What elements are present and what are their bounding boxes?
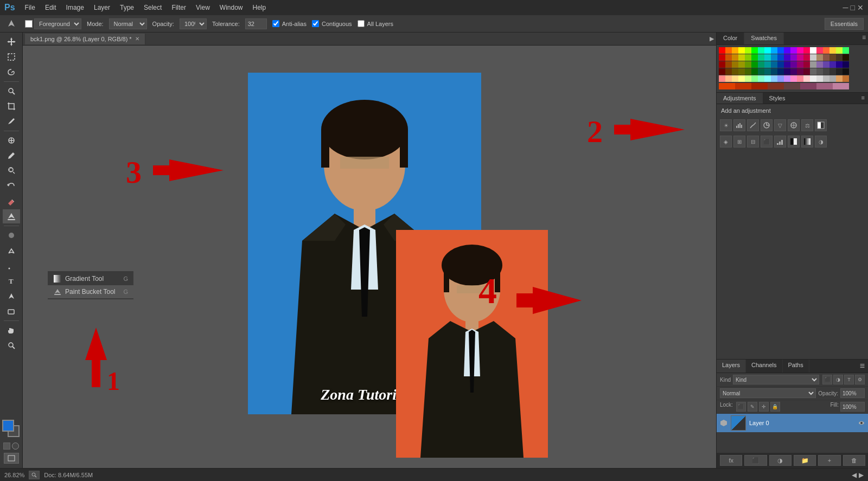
swatch-brown[interactable] — [732, 54, 738, 61]
swatch-light-amber[interactable] — [732, 75, 738, 82]
swatch-violet[interactable] — [784, 47, 790, 54]
document-tab[interactable]: bck1.png @ 26.8% (Layer 0, RGB/8) * ✕ — [25, 34, 145, 44]
add-style-button[interactable]: fx — [720, 455, 742, 466]
all-layers-checkbox[interactable] — [358, 20, 365, 27]
zoom-tool[interactable] — [3, 338, 20, 352]
eraser-tool[interactable] — [3, 194, 20, 208]
gradient-tool-option[interactable]: Gradient Tool G — [48, 272, 133, 285]
blend-mode-dropdown[interactable]: Normal — [720, 388, 816, 398]
swatch-dark-indigo[interactable] — [784, 61, 790, 68]
swatch-very-dark-teal[interactable] — [764, 68, 771, 75]
color-tab[interactable]: Color — [717, 33, 744, 44]
swatch-hot-pink[interactable] — [816, 47, 823, 54]
swatch-dark-blue[interactable] — [771, 61, 777, 68]
anti-alias-label[interactable]: Anti-alias — [272, 20, 307, 27]
swatch-lighter-gray[interactable] — [816, 75, 823, 82]
swatch-teal[interactable] — [764, 54, 771, 61]
vibrance-icon[interactable]: ▽ — [774, 119, 786, 131]
swatch-very-dark-purple[interactable] — [790, 68, 797, 75]
kind-dropdown[interactable]: Kind — [733, 375, 819, 384]
shape-tool[interactable] — [3, 304, 20, 318]
swatch-sandy-brown[interactable] — [836, 75, 843, 82]
swatch-dark-red[interactable] — [719, 54, 725, 61]
swatch-very-dark-burgundy[interactable] — [803, 68, 810, 75]
dodge-tool[interactable] — [3, 243, 20, 258]
swatch-very-dark-gray[interactable] — [823, 68, 829, 75]
swatch-maroon[interactable] — [719, 61, 725, 68]
new-layer-button[interactable]: + — [818, 455, 840, 466]
threshold-icon[interactable] — [788, 136, 800, 147]
swatch-chocolate[interactable] — [829, 54, 836, 61]
layers-tab[interactable]: Layers — [717, 360, 746, 373]
swatch-sienna[interactable] — [823, 54, 829, 61]
swatch-forest-green[interactable] — [751, 54, 758, 61]
paths-tab[interactable]: Paths — [783, 360, 809, 373]
menu-filter[interactable]: Filter — [167, 3, 190, 12]
fill-input[interactable] — [840, 402, 865, 412]
anti-alias-checkbox[interactable] — [272, 20, 279, 27]
filter-smart-icon[interactable]: ⚙ — [855, 375, 865, 384]
menu-layer[interactable]: Layer — [90, 3, 114, 12]
lock-transparent-button[interactable]: ⬛ — [736, 402, 746, 412]
color-lookup-icon[interactable]: ⊟ — [747, 136, 759, 147]
swatch-almost-black[interactable] — [836, 68, 843, 75]
status-bar-arrow-left[interactable]: ◀ — [852, 471, 857, 479]
paint-bucket-option[interactable]: Paint Bucket Tool G — [48, 285, 133, 298]
swatch-orange[interactable] — [725, 47, 732, 54]
invert-icon[interactable]: ⬛ — [761, 136, 773, 147]
swatch-very-dark-brown[interactable] — [843, 54, 849, 61]
swatch-coral[interactable] — [823, 47, 829, 54]
channel-mixer-icon[interactable]: ⊞ — [733, 136, 745, 147]
tab-close-button[interactable]: ✕ — [135, 36, 139, 42]
crop-tool[interactable] — [3, 99, 20, 113]
quick-mask-button[interactable] — [12, 442, 19, 450]
marquee-tool[interactable] — [3, 50, 20, 64]
swatch-deep-violet[interactable] — [829, 61, 836, 68]
swatch-indigo[interactable] — [784, 54, 790, 61]
swatch-yellow-green[interactable] — [836, 47, 843, 54]
swatch-light-yellow[interactable] — [738, 75, 745, 82]
healing-brush-tool[interactable] — [3, 133, 20, 147]
swatch-dark-forest[interactable] — [758, 68, 764, 75]
swatch-light-lime[interactable] — [745, 75, 751, 82]
exposure-icon[interactable] — [761, 119, 773, 131]
path-selection-tool[interactable] — [3, 289, 20, 303]
swatch-dark-lavender[interactable] — [823, 61, 829, 68]
essentials-button[interactable]: Essentials — [825, 18, 864, 30]
swatch-gray[interactable] — [810, 61, 816, 68]
swatch-avocado[interactable] — [745, 61, 751, 68]
swatch-dark-avocado[interactable] — [745, 68, 751, 75]
swatch-dark-brown2[interactable] — [732, 68, 738, 75]
swatch-navy[interactable] — [777, 61, 784, 68]
swatch-very-light-pink[interactable] — [803, 75, 810, 82]
swatch-medium-light-gray[interactable] — [823, 75, 829, 82]
new-group-button[interactable]: 📁 — [794, 455, 816, 466]
zoom-indicator-button[interactable] — [29, 471, 40, 479]
paint-bucket-tool[interactable] — [3, 209, 20, 223]
all-layers-label[interactable]: All Layers — [358, 20, 393, 27]
minimize-button[interactable]: ─ — [843, 3, 848, 12]
swatch-green[interactable] — [751, 47, 758, 54]
menu-image[interactable]: Image — [62, 3, 88, 12]
swatch-dark-magenta[interactable] — [797, 61, 803, 68]
swatch-dark-orange[interactable] — [725, 54, 732, 61]
panel-menu-icon[interactable]: ≡ — [858, 93, 868, 104]
swatch-dark-pink[interactable] — [803, 54, 810, 61]
tool-context-menu[interactable]: Gradient Tool G Paint Bucket Tool G — [47, 271, 134, 300]
swatch-red[interactable] — [719, 47, 725, 54]
quick-selection-tool[interactable] — [3, 84, 20, 98]
swatch-emerald[interactable] — [758, 54, 764, 61]
lock-image-button[interactable]: ✎ — [748, 402, 757, 412]
swatch-darker-red[interactable] — [751, 83, 768, 89]
history-brush-tool[interactable] — [3, 179, 20, 193]
styles-tab[interactable]: Styles — [763, 93, 792, 104]
swatch-very-dark-green[interactable] — [751, 68, 758, 75]
swatch-very-dark-blue[interactable] — [771, 68, 777, 75]
swatch-dark-gray[interactable] — [810, 68, 816, 75]
swatch-light-cyan[interactable] — [764, 75, 771, 82]
pen-tool[interactable] — [3, 259, 20, 273]
swatch-tan[interactable] — [816, 54, 823, 61]
swatch-dark-emerald[interactable] — [758, 61, 764, 68]
close-button[interactable]: ✕ — [857, 3, 864, 12]
lasso-tool[interactable] — [3, 65, 20, 79]
